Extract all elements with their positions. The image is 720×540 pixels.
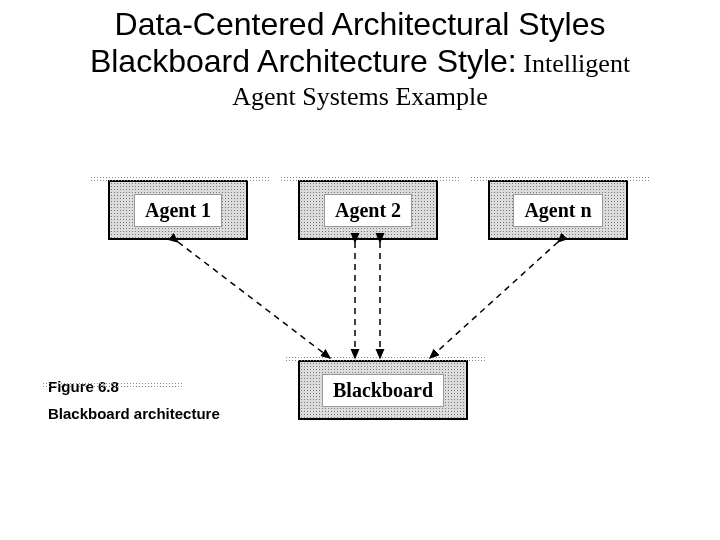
agent-2-label: Agent 2 — [324, 194, 412, 227]
title-line-2-main: Blackboard Architecture Style: — [90, 43, 517, 79]
blackboard-node: Blackboard — [298, 360, 468, 420]
title-block: Data-Centered Architectural Styles Black… — [0, 0, 720, 112]
figure-description: Blackboard architecture — [48, 405, 220, 422]
arrow-agentn-blackboard — [430, 242, 558, 358]
arrow-agent1-blackboard — [178, 242, 330, 358]
decoration-stripe — [90, 176, 270, 182]
decoration-stripe — [280, 176, 460, 182]
agent-n-label: Agent n — [513, 194, 602, 227]
title-line-2-sub: Intelligent — [517, 49, 630, 78]
blackboard-label: Blackboard — [322, 374, 444, 407]
architecture-diagram: Agent 1 Agent 2 Agent n Blackboard — [0, 150, 720, 490]
agent-1-node: Agent 1 — [108, 180, 248, 240]
title-line-2: Blackboard Architecture Style: Intellige… — [0, 43, 720, 80]
decoration-stripe — [285, 356, 485, 362]
decoration-stripe — [470, 176, 650, 182]
title-line-1: Data-Centered Architectural Styles — [0, 6, 720, 43]
decoration-stripe — [42, 382, 182, 388]
agent-n-node: Agent n — [488, 180, 628, 240]
title-line-3: Agent Systems Example — [0, 82, 720, 112]
agent-1-label: Agent 1 — [134, 194, 222, 227]
agent-2-node: Agent 2 — [298, 180, 438, 240]
